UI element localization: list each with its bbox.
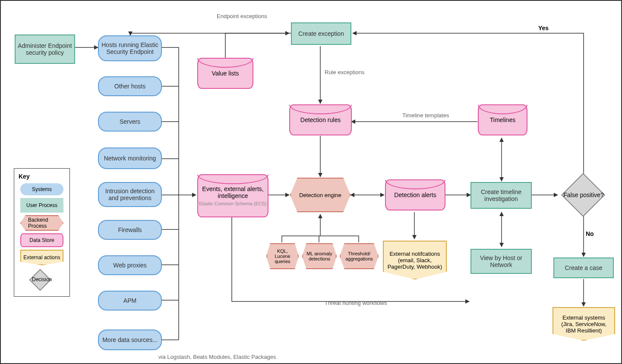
node-detection-alerts: Detection alerts (385, 179, 445, 210)
node-create-exception: Create exception (291, 22, 351, 45)
legend-key: Key Systems User Process Backend Process… (14, 168, 70, 297)
node-view-by: View by Host or Network (470, 249, 532, 274)
diagram-canvas: Endpoint exceptions Rule exceptions Time… (0, 0, 622, 364)
legend-data-store: Data Store (20, 233, 63, 247)
node-hosts-running: Hosts running Elastic Security Endpoint (98, 35, 162, 61)
node-administer-endpoint: Administer Endpoint security policy (15, 35, 75, 64)
label-timeline-templates: Timeline templates (402, 112, 449, 119)
node-false-positive: False positive? (560, 173, 607, 217)
node-detection-rules: Detection rules (289, 104, 352, 135)
node-create-case: Create a case (553, 257, 614, 278)
node-more-data: More data sources... (98, 329, 162, 350)
legend-external-actions: External actions (20, 250, 63, 265)
legend-title: Key (19, 173, 65, 180)
node-other-hosts: Other hosts (98, 76, 162, 96)
node-ext-notif: External notifcations (email, Slack, Pag… (383, 241, 447, 279)
node-ids: Intrusion detection and preventions (98, 182, 162, 207)
node-ext-systems: External systems (Jira, ServiceNow, IBM … (553, 307, 615, 341)
node-servers: Servers (98, 112, 162, 132)
node-create-timeline: Create timeline investigation (470, 182, 532, 209)
node-timelines: Timelines (478, 104, 527, 135)
node-threshold: Threshold/ aggregations (340, 243, 379, 269)
node-ml: ML anomaly detections (302, 243, 337, 269)
legend-backend-process: Backend Process (20, 215, 63, 231)
label-endpoint-exceptions: Endpoint exceptions (217, 13, 268, 19)
legend-decision: Decision (19, 269, 65, 290)
label-yes: Yes (538, 25, 549, 31)
node-apm: APM (98, 291, 162, 311)
label-no: No (586, 230, 594, 237)
node-detection-engine: Detection engine (290, 178, 350, 212)
node-web-proxies: Web proxies (98, 255, 162, 275)
label-via: via Logstash, Beats Modules, Elastic Pac… (158, 354, 276, 360)
node-value-lists: Value lists (197, 58, 253, 89)
legend-user-process: User Process (20, 198, 63, 213)
legend-systems: Systems (20, 183, 63, 195)
node-network-monitoring: Network monitoring (98, 147, 162, 169)
node-events: Events, external alerts, intelligence El… (197, 174, 268, 217)
node-firewalls: Firewalls (98, 220, 162, 240)
node-kql: KQL, Lucene queries (266, 243, 299, 269)
label-threat-hunting: Threat hunting workflows (325, 300, 387, 306)
label-rule-exceptions: Rule exceptions (325, 69, 365, 75)
